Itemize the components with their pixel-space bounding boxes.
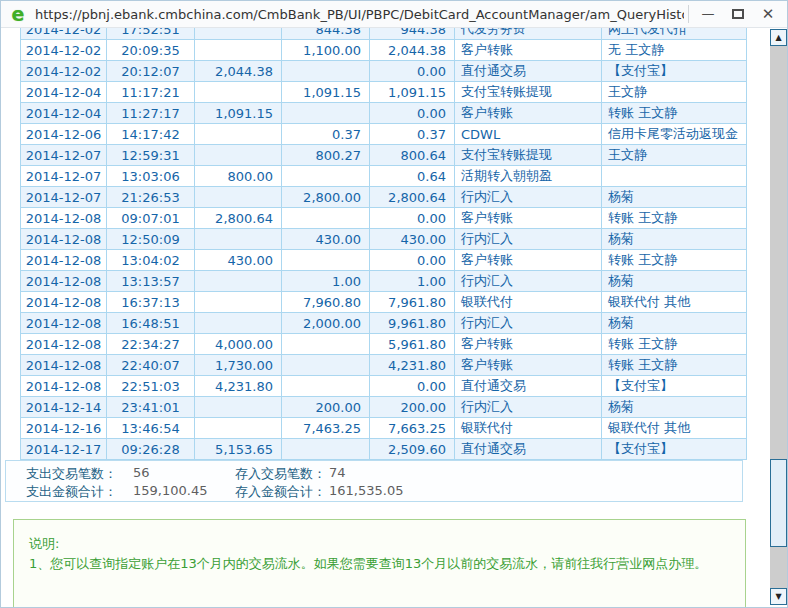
cell-time: 14:17:42	[107, 124, 195, 145]
cell-amount-in: 0.37	[282, 124, 370, 145]
cell-counterparty: 转账 王文静	[602, 208, 747, 229]
vertical-scrollbar[interactable]: ▲ ▼	[770, 29, 787, 605]
maximize-button[interactable]	[723, 1, 753, 27]
transaction-row[interactable]: 2014-12-0721:26:532,800.002,800.64行内汇入杨菊	[21, 187, 747, 208]
cell-time: 13:04:02	[107, 250, 195, 271]
cell-type: 活期转入朝朝盈	[455, 166, 602, 187]
in-total-value: 161,535.05	[329, 483, 403, 498]
scroll-up-icon: ▲	[775, 34, 781, 42]
transaction-row[interactable]: 2014-12-0411:27:171,091.150.00客户转账转账 王文静	[21, 103, 747, 124]
transaction-row[interactable]: 2014-12-0813:04:02430.000.00客户转账转账 王文静	[21, 250, 747, 271]
cell-balance: 7,663.25	[370, 418, 455, 439]
transaction-row[interactable]: 2014-12-0220:09:351,100.002,044.38客户转账无 …	[21, 40, 747, 61]
transaction-row[interactable]: 2014-12-1709:26:285,153.652,509.60直付通交易【…	[21, 439, 747, 460]
maximize-icon	[732, 9, 744, 19]
transaction-row[interactable]: 2014-12-0816:37:137,960.807,961.80银联代付银联…	[21, 292, 747, 313]
browser-window: e https://pbnj.ebank.cmbchina.com/CmbBan…	[0, 0, 788, 608]
cell-balance: 0.64	[370, 166, 455, 187]
transaction-row[interactable]: 2014-12-0217:52:51844.38944.38代发劳务费网上代发代…	[21, 28, 747, 40]
cell-type: 支付宝转账提现	[455, 145, 602, 166]
cell-balance: 0.00	[370, 250, 455, 271]
cell-balance: 2,044.38	[370, 40, 455, 61]
cell-time: 21:26:53	[107, 187, 195, 208]
cell-time: 16:48:51	[107, 313, 195, 334]
cell-date: 2014-12-14	[21, 397, 107, 418]
cell-time: 22:51:03	[107, 376, 195, 397]
cell-amount-out	[195, 82, 282, 103]
cell-time: 11:17:21	[107, 82, 195, 103]
cell-type: 行内汇入	[455, 271, 602, 292]
out-count-label: 支出交易笔数：	[26, 465, 117, 483]
cell-date: 2014-12-04	[21, 103, 107, 124]
cell-balance: 9,961.80	[370, 313, 455, 334]
cell-date: 2014-12-08	[21, 376, 107, 397]
cell-counterparty: 杨菊	[602, 187, 747, 208]
transaction-row[interactable]: 2014-12-0809:07:012,800.640.00客户转账转账 王文静	[21, 208, 747, 229]
cell-type: 行内汇入	[455, 229, 602, 250]
minimize-button[interactable]: —	[693, 1, 723, 27]
cell-amount-in: 1,100.00	[282, 40, 370, 61]
cell-counterparty: 杨菊	[602, 229, 747, 250]
cell-amount-in	[282, 103, 370, 124]
scroll-down-button[interactable]: ▼	[770, 588, 787, 605]
cell-balance: 944.38	[370, 28, 455, 40]
cell-time: 12:50:09	[107, 229, 195, 250]
cell-time: 23:41:01	[107, 397, 195, 418]
cell-date: 2014-12-08	[21, 271, 107, 292]
transaction-row[interactable]: 2014-12-0816:48:512,000.009,961.80行内汇入杨菊	[21, 313, 747, 334]
cell-type: 客户转账	[455, 334, 602, 355]
cell-date: 2014-12-07	[21, 166, 107, 187]
transaction-row[interactable]: 2014-12-0411:17:211,091.151,091.15支付宝转账提…	[21, 82, 747, 103]
cell-type: 行内汇入	[455, 313, 602, 334]
cell-amount-in: 430.00	[282, 229, 370, 250]
transaction-row[interactable]: 2014-12-0822:40:071,730.004,231.80客户转账转账…	[21, 355, 747, 376]
transaction-row[interactable]: 2014-12-0813:13:571.001.00行内汇入杨菊	[21, 271, 747, 292]
cell-amount-in	[282, 61, 370, 82]
cell-amount-out: 2,800.64	[195, 208, 282, 229]
cell-counterparty: 转账 王文静	[602, 103, 747, 124]
transaction-row[interactable]: 2014-12-0713:03:06800.000.64活期转入朝朝盈	[21, 166, 747, 187]
cell-counterparty: 网上代发代扣	[602, 28, 747, 40]
minimize-icon: —	[702, 9, 715, 19]
cell-amount-in	[282, 208, 370, 229]
cell-counterparty: 转账 王文静	[602, 250, 747, 271]
cell-date: 2014-12-02	[21, 28, 107, 40]
cell-time: 12:59:31	[107, 145, 195, 166]
cell-amount-out: 1,091.15	[195, 103, 282, 124]
transaction-row[interactable]: 2014-12-0822:34:274,000.005,961.80客户转账转账…	[21, 334, 747, 355]
page-content: 2014-12-0217:52:51844.38944.38代发劳务费网上代发代…	[1, 28, 787, 608]
cell-amount-out: 430.00	[195, 250, 282, 271]
cell-amount-in: 7,960.80	[282, 292, 370, 313]
cell-balance: 430.00	[370, 229, 455, 250]
cell-amount-out: 4,000.00	[195, 334, 282, 355]
cell-date: 2014-12-08	[21, 292, 107, 313]
out-total-label: 支出金额合计：	[26, 483, 117, 501]
close-button[interactable]: ✕	[753, 1, 783, 27]
scroll-up-button[interactable]: ▲	[770, 29, 787, 46]
in-count-label: 存入交易笔数：	[235, 465, 326, 483]
scrollbar-thumb[interactable]	[770, 459, 787, 547]
transaction-row[interactable]: 2014-12-0614:17:420.370.37CDWL信用卡尾零活动返现金	[21, 124, 747, 145]
titlebar-separator	[688, 5, 689, 23]
cell-type: 银联代付	[455, 418, 602, 439]
transaction-row[interactable]: 2014-12-1613:46:547,463.257,663.25银联代付银联…	[21, 418, 747, 439]
cell-counterparty: 【支付宝】	[602, 376, 747, 397]
cell-time: 20:09:35	[107, 40, 195, 61]
cell-date: 2014-12-08	[21, 355, 107, 376]
cell-amount-out: 1,730.00	[195, 355, 282, 376]
cell-type: 直付通交易	[455, 61, 602, 82]
address-url[interactable]: https://pbnj.ebank.cmbchina.com/CmbBank_…	[35, 7, 684, 22]
cell-amount-in: 844.38	[282, 28, 370, 40]
transaction-row[interactable]: 2014-12-0712:59:31800.27800.64支付宝转账提现王文静	[21, 145, 747, 166]
cell-counterparty: 信用卡尾零活动返现金	[602, 124, 747, 145]
cell-time: 16:37:13	[107, 292, 195, 313]
transaction-row[interactable]: 2014-12-1423:41:01200.00200.00行内汇入杨菊	[21, 397, 747, 418]
cell-time: 09:26:28	[107, 439, 195, 460]
cell-type: 客户转账	[455, 355, 602, 376]
cell-amount-in: 7,463.25	[282, 418, 370, 439]
transaction-row[interactable]: 2014-12-0822:51:034,231.800.00直付通交易【支付宝】	[21, 376, 747, 397]
cell-time: 17:52:51	[107, 28, 195, 40]
transaction-row[interactable]: 2014-12-0220:12:072,044.380.00直付通交易【支付宝】	[21, 61, 747, 82]
transaction-row[interactable]: 2014-12-0812:50:09430.00430.00行内汇入杨菊	[21, 229, 747, 250]
cell-time: 13:46:54	[107, 418, 195, 439]
